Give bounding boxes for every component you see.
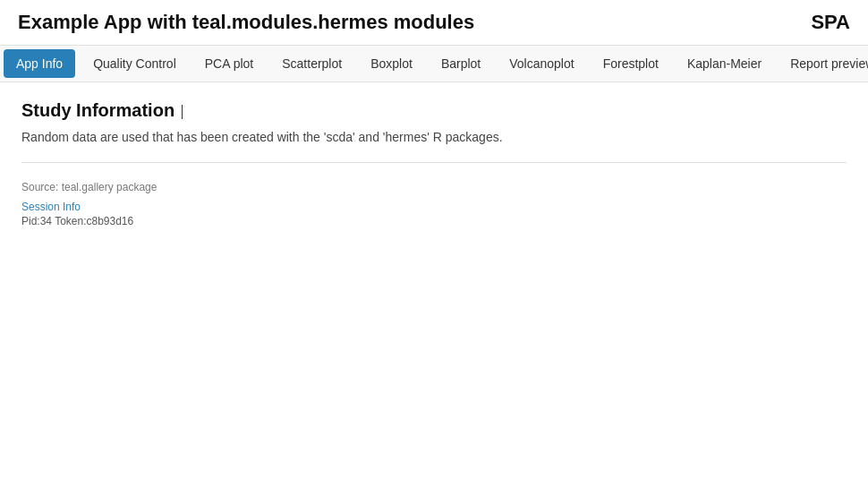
app-title: Example App with teal.modules.hermes mod… xyxy=(18,11,474,34)
main-content: Study Information Random data are used t… xyxy=(0,82,868,245)
tab-app-info[interactable]: App Info xyxy=(4,49,75,78)
spa-label: SPA xyxy=(811,11,850,34)
tab-report-previewer[interactable]: Report previewer xyxy=(776,47,868,80)
tab-boxplot[interactable]: Boxplot xyxy=(356,47,427,80)
text-cursor xyxy=(182,105,183,119)
tab-pca-plot[interactable]: PCA plot xyxy=(191,47,268,80)
source-label: Source: teal.gallery package xyxy=(21,181,847,193)
header: Example App with teal.modules.hermes mod… xyxy=(0,0,868,46)
tab-forestplot[interactable]: Forestplot xyxy=(589,47,673,80)
navbar: App Info Quality Control PCA plot Scatte… xyxy=(0,46,868,82)
tab-barplot[interactable]: Barplot xyxy=(427,47,495,80)
divider xyxy=(21,162,847,163)
tab-scatterplot[interactable]: Scatterplot xyxy=(268,47,356,80)
study-info-description: Random data are used that has been creat… xyxy=(21,130,847,144)
nav-tabs: App Info Quality Control PCA plot Scatte… xyxy=(0,46,868,81)
session-info-detail: Pid:34 Token:c8b93d16 xyxy=(21,215,847,227)
tab-quality-control[interactable]: Quality Control xyxy=(79,47,191,80)
tab-volcanoplot[interactable]: Volcanoplot xyxy=(495,47,588,80)
session-info-label[interactable]: Session Info xyxy=(21,201,847,213)
study-info-title: Study Information xyxy=(21,100,847,121)
tab-kaplan-meier[interactable]: Kaplan-Meier xyxy=(673,47,776,80)
